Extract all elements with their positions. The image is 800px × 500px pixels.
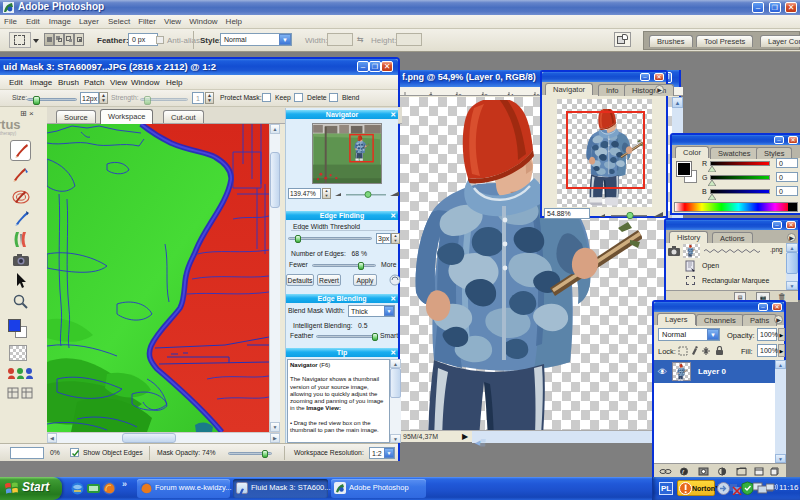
- svg-text:12: 12: [481, 93, 488, 96]
- svg-text:10: 10: [455, 93, 462, 96]
- svg-text:14: 14: [507, 93, 514, 96]
- svg-text:8: 8: [429, 93, 433, 96]
